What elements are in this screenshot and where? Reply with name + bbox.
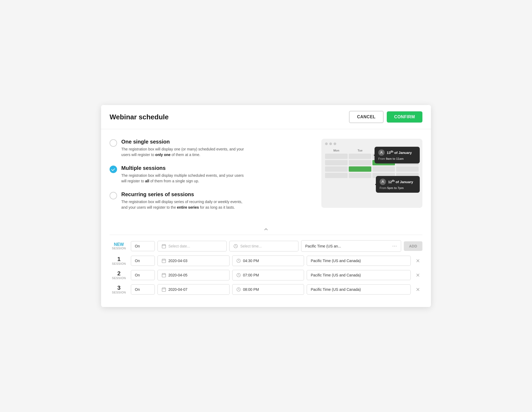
session-date-value-2: 2020-04-05 [168,273,188,277]
session-time-1[interactable]: 04:30 PM [232,255,304,266]
session-on-1[interactable]: On [131,256,155,266]
more-options-icon[interactable]: ··· [392,243,397,249]
new-session-timezone-value: Pacific Time (US an... [305,244,341,248]
session-label-1: 1 SESSION [110,256,128,265]
day-tue: Tue [349,148,371,153]
session-word-3: SESSION [110,291,128,294]
collapse-indicator[interactable] [101,225,431,235]
session-time-value-1: 04:30 PM [243,259,259,263]
options-section: One single session The registration box … [101,129,431,225]
session-number-1: 1 [110,256,128,262]
option-recurring-sessions[interactable]: Recurring series of sessions The registr… [110,191,311,210]
option-multiple-desc: The registration box will display multip… [121,173,249,184]
cal-cell [325,166,348,172]
time-icon-3 [236,287,241,292]
session-row-3: 3 SESSION On 2020-04-07 08:00 PM Pacific… [110,284,422,295]
tooltip-date-2: 12th of January [388,179,413,185]
svg-point-1 [382,180,384,182]
time-icon-1 [236,258,241,263]
svg-rect-7 [162,259,166,263]
session-on-value-1: On [135,259,140,263]
calendar-icon-3 [161,287,166,292]
radio-recurring[interactable] [110,192,117,199]
session-number-2: 2 [110,271,128,276]
sessions-list: 1 SESSION On 2020-04-03 04:30 PM Pacific… [110,255,422,295]
session-word-2: SESSION [110,276,128,280]
option-single-text: One single session The registration box … [121,139,249,158]
calendar-icon-2 [161,273,166,278]
dot-2 [329,142,332,145]
svg-rect-2 [162,245,166,248]
dot-3 [334,142,336,145]
session-date-2[interactable]: 2020-04-05 [157,270,230,280]
session-on-value-3: On [135,287,140,292]
session-tz-1[interactable]: Pacific Time (US and Canada) [307,256,411,266]
option-recurring-desc: The registration box will display series… [121,199,249,210]
new-session-time-placeholder: Select time... [240,244,262,248]
cancel-button[interactable]: CANCEL [349,111,384,123]
tooltip-time-1: From 9am to 11am [378,157,416,161]
svg-rect-21 [162,288,166,292]
confirm-button[interactable]: CONFIRM [387,111,422,123]
session-time-value-2: 07:00 PM [243,273,259,277]
tooltip-header: 13th of January [378,149,416,156]
svg-rect-14 [162,274,166,277]
session-number-3: 3 [110,285,128,291]
cal-cell [349,154,371,159]
tooltip-time-2: From 5pm to 7pm [380,186,416,190]
avatar-icon [378,149,385,156]
session-date-1[interactable]: 2020-04-03 [157,255,230,266]
radio-single[interactable] [110,139,117,147]
new-session-timezone-field[interactable]: Pacific Time (US an... ··· [301,240,401,252]
session-on-value-2: On [135,273,140,277]
cal-cell [325,154,348,159]
option-single-session[interactable]: One single session The registration box … [110,139,311,158]
tooltip-header-2: 12th of January [380,179,416,185]
calendar-tooltip-1: 13th of January From 9am to 11am [375,147,420,163]
time-icon-2 [236,273,241,278]
remove-session-3[interactable] [413,286,422,293]
session-time-3[interactable]: 08:00 PM [232,284,304,295]
session-row-1: 1 SESSION On 2020-04-03 04:30 PM Pacific… [110,255,422,266]
modal-header: Webinar schedule CANCEL CONFIRM [101,105,431,129]
new-session-date-field[interactable]: Select date... [157,241,227,251]
session-tz-value-1: Pacific Time (US and Canada) [311,259,361,263]
tooltip-date-1: 13th of January [387,150,412,155]
add-session-button[interactable]: ADD [404,241,422,251]
calendar-icon [161,244,166,249]
radio-multiple[interactable] [110,166,117,173]
sessions-section: NEW SESSION On Select date... [101,235,431,307]
option-recurring-title: Recurring series of sessions [121,191,249,197]
remove-session-1[interactable] [413,257,422,264]
header-buttons: CANCEL CONFIRM [349,111,422,123]
dot-1 [325,142,328,145]
session-on-2[interactable]: On [131,270,155,280]
avatar-icon-2 [380,179,386,185]
window-dots [325,142,419,145]
session-time-2[interactable]: 07:00 PM [232,270,304,280]
cal-cell [372,166,395,172]
webinar-schedule-modal: Webinar schedule CANCEL CONFIRM One sing… [101,105,431,307]
cal-cell [325,160,348,165]
session-on-3[interactable]: On [131,284,155,295]
option-multiple-text: Multiple sessions The registration box w… [121,165,249,184]
option-multiple-sessions[interactable]: Multiple sessions The registration box w… [110,165,311,184]
page-title: Webinar schedule [110,113,169,121]
session-tz-value-3: Pacific Time (US and Canada) [311,287,361,292]
session-tz-3[interactable]: Pacific Time (US and Canada) [307,284,411,295]
remove-session-2[interactable] [413,272,422,279]
cal-cell [349,173,371,178]
option-recurring-text: Recurring series of sessions The registr… [121,191,249,210]
new-session-title-line2: SESSION [110,247,128,250]
new-session-on-field[interactable]: On [131,241,155,251]
new-session-time-field[interactable]: Select time... [229,241,298,251]
time-icon [233,244,238,249]
session-date-value-3: 2020-04-07 [168,287,188,292]
session-tz-2[interactable]: Pacific Time (US and Canada) [307,270,411,280]
session-date-3[interactable]: 2020-04-07 [157,284,230,295]
new-session-label: NEW SESSION [110,242,128,250]
calendar-preview: Mon Tue Wed un [321,139,422,208]
new-session-on-value: On [135,244,140,248]
cal-cell-green [349,166,371,172]
new-session-title-line1: NEW [110,242,128,247]
